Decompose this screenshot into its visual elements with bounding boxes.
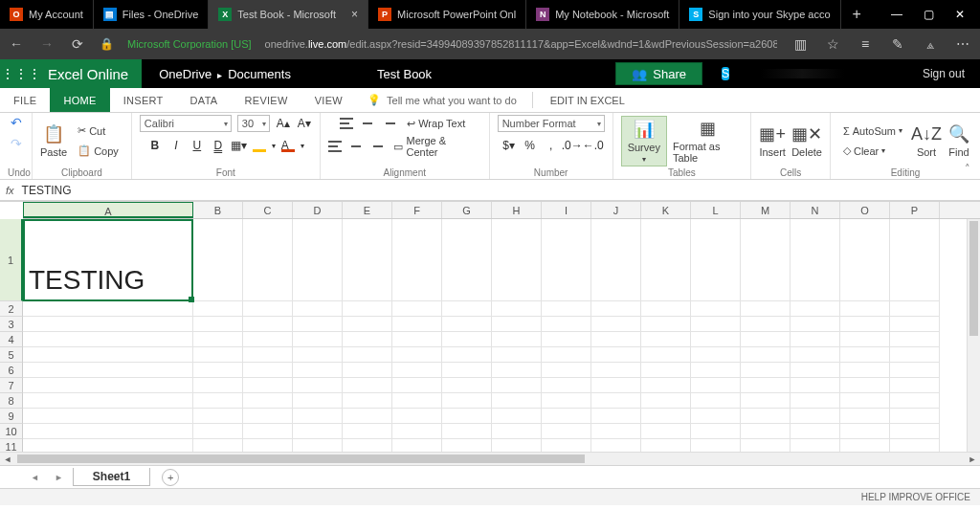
browser-tab[interactable]: OMy Account <box>0 0 94 29</box>
tell-me-input[interactable]: 💡Tell me what you want to do <box>356 88 528 112</box>
hub-icon[interactable]: ≡ <box>856 36 875 52</box>
cell[interactable] <box>343 317 392 332</box>
cell[interactable] <box>343 393 392 409</box>
cell[interactable] <box>591 317 641 332</box>
undo-icon[interactable]: ↶ <box>11 115 22 130</box>
cell[interactable] <box>293 347 343 363</box>
cell[interactable] <box>542 219 591 301</box>
cell[interactable] <box>741 378 791 393</box>
app-name[interactable]: Excel Online <box>42 59 142 88</box>
cell[interactable] <box>591 332 641 347</box>
col-header[interactable]: J <box>591 202 641 218</box>
cell[interactable] <box>691 393 741 409</box>
cell[interactable] <box>641 409 691 424</box>
cell[interactable] <box>542 363 591 378</box>
breadcrumb-onedrive[interactable]: OneDrive <box>159 67 212 81</box>
cell[interactable] <box>641 219 691 301</box>
sort-button[interactable]: A↓ZSort <box>913 123 940 158</box>
cell[interactable] <box>23 301 193 317</box>
cell[interactable] <box>591 301 641 317</box>
cell[interactable] <box>392 363 442 378</box>
cell[interactable] <box>343 378 392 393</box>
cell[interactable] <box>492 317 542 332</box>
cell[interactable] <box>392 378 442 393</box>
back-icon[interactable]: ← <box>8 36 25 52</box>
sign-out-link[interactable]: Sign out <box>907 67 980 80</box>
decrease-decimal-icon[interactable]: ←.0 <box>586 138 601 153</box>
cell[interactable] <box>791 378 840 393</box>
vertical-scrollbar[interactable] <box>967 219 980 452</box>
cell[interactable] <box>641 301 691 317</box>
cell[interactable] <box>442 424 492 439</box>
cell[interactable] <box>840 424 890 439</box>
cell[interactable] <box>741 301 791 317</box>
font-size-select[interactable]: 30 <box>237 115 270 132</box>
cell[interactable] <box>193 378 243 393</box>
cell[interactable] <box>23 439 193 452</box>
new-tab-button[interactable]: + <box>841 6 873 23</box>
row-header[interactable]: 8 <box>0 393 23 409</box>
border-button[interactable]: ▦▾ <box>232 138 247 153</box>
collapse-ribbon-icon[interactable]: ˄ <box>965 163 970 175</box>
tab-insert[interactable]: INSERT <box>110 88 177 112</box>
cell[interactable] <box>23 393 193 409</box>
sheet-tab-active[interactable]: Sheet1 <box>73 468 150 486</box>
cell[interactable] <box>392 409 442 424</box>
cell[interactable] <box>591 393 641 409</box>
copy-button[interactable]: Copy <box>73 143 123 160</box>
cell[interactable] <box>243 219 293 301</box>
cell[interactable] <box>243 393 293 409</box>
cell[interactable] <box>442 378 492 393</box>
cell[interactable] <box>343 347 392 363</box>
paste-button[interactable]: 📋Paste <box>40 123 67 158</box>
cell[interactable] <box>741 424 791 439</box>
cell[interactable] <box>741 363 791 378</box>
cell[interactable] <box>193 409 243 424</box>
cell[interactable] <box>691 317 741 332</box>
refresh-icon[interactable]: ⟳ <box>69 36 86 52</box>
cell[interactable] <box>243 439 293 452</box>
cell[interactable] <box>791 219 840 301</box>
italic-button[interactable]: I <box>168 138 184 153</box>
cell[interactable] <box>193 347 243 363</box>
cell[interactable] <box>343 301 392 317</box>
cell[interactable] <box>492 409 542 424</box>
cell[interactable] <box>840 317 890 332</box>
cell[interactable] <box>641 317 691 332</box>
col-header[interactable]: M <box>741 202 791 218</box>
cell[interactable] <box>542 424 591 439</box>
notes-icon[interactable]: ✎ <box>888 36 907 52</box>
cell[interactable] <box>193 317 243 332</box>
cell[interactable] <box>442 439 492 452</box>
cell[interactable] <box>343 439 392 452</box>
cell[interactable] <box>840 301 890 317</box>
survey-button[interactable]: 📊Survey▾ <box>621 116 667 166</box>
cell[interactable] <box>641 424 691 439</box>
cell[interactable] <box>691 219 741 301</box>
cell[interactable] <box>343 363 392 378</box>
cell[interactable] <box>691 363 741 378</box>
browser-tab-active[interactable]: XTest Book - Microsoft× <box>209 0 368 29</box>
cell[interactable] <box>840 347 890 363</box>
col-header[interactable]: H <box>492 202 542 218</box>
document-title[interactable]: Test Book <box>308 67 615 81</box>
cell[interactable] <box>591 424 641 439</box>
align-left-icon[interactable] <box>328 139 343 154</box>
cell[interactable] <box>343 409 392 424</box>
skype-button[interactable]: S <box>712 60 739 87</box>
currency-icon[interactable]: $▾ <box>501 138 517 153</box>
row-header[interactable]: 5 <box>0 347 23 363</box>
cell[interactable] <box>392 332 442 347</box>
cell[interactable] <box>23 409 193 424</box>
minimize-icon[interactable]: — <box>891 8 902 21</box>
cell[interactable] <box>243 317 293 332</box>
cell[interactable] <box>691 347 741 363</box>
breadcrumb-documents[interactable]: Documents <box>228 67 291 81</box>
browser-tab[interactable]: PMicrosoft PowerPoint Onl <box>368 0 526 29</box>
formula-input[interactable]: TESTING <box>22 184 72 197</box>
row-header[interactable]: 7 <box>0 378 23 393</box>
cell[interactable] <box>442 332 492 347</box>
cell[interactable] <box>691 332 741 347</box>
font-color-button[interactable]: A <box>281 139 295 152</box>
cell[interactable] <box>243 409 293 424</box>
